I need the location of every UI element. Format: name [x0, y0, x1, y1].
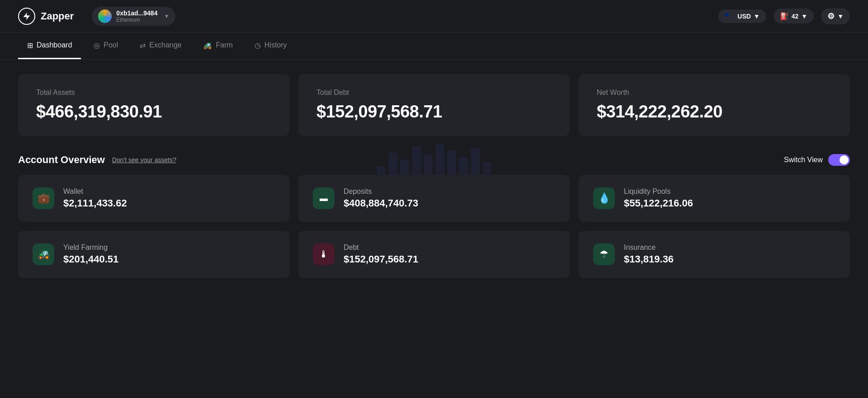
deposits-icon: ▬ — [313, 187, 335, 209]
nav-label-history: History — [264, 41, 287, 49]
us-flag-icon — [725, 13, 735, 19]
main-content: BLOCKBEATS Total Assets $466,319,830.91 … — [0, 60, 868, 292]
account-network: Ethereum — [116, 17, 157, 23]
header-right: USD ▼ ⛽ 42 ▼ ⚙ ▼ — [718, 8, 850, 24]
debt-value: $152,097,568.71 — [344, 253, 555, 265]
gas-chevron-icon: ▼ — [801, 13, 807, 20]
currency-chevron-icon: ▼ — [754, 13, 760, 20]
account-overview-left: Account Overview Don't see your assets? — [18, 154, 176, 166]
yield-farming-info: Yield Farming $201,440.51 — [63, 243, 275, 265]
liquidity-pools-card[interactable]: 💧 Liquidity Pools $55,122,216.06 — [579, 175, 850, 222]
total-assets-value: $466,319,830.91 — [36, 102, 271, 122]
liquidity-info: Liquidity Pools $55,122,216.06 — [624, 187, 835, 209]
insurance-value: $13,819.36 — [624, 253, 835, 265]
insurance-card[interactable]: ☂ Insurance $13,819.36 — [579, 231, 850, 278]
net-worth-card: Net Worth $314,222,262.20 — [579, 74, 850, 136]
gas-value: 42 — [792, 13, 799, 20]
debt-icon: 🌡 — [313, 243, 335, 265]
overview-grid: 💼 Wallet $2,111,433.62 ▬ Deposits $408,8… — [18, 175, 850, 278]
wallet-label: Wallet — [63, 187, 275, 196]
gas-pump-icon: ⛽ — [780, 12, 789, 20]
account-overview-header: Account Overview Don't see your assets? … — [18, 154, 850, 166]
exchange-icon: ⇄ — [140, 41, 146, 50]
yield-farming-label: Yield Farming — [63, 243, 275, 252]
currency-selector[interactable]: USD ▼ — [718, 9, 766, 23]
deposits-label: Deposits — [344, 187, 555, 196]
wallet-card[interactable]: 💼 Wallet $2,111,433.62 — [18, 175, 289, 222]
currency-label: USD — [737, 13, 751, 20]
gas-selector[interactable]: ⛽ 42 ▼ — [774, 9, 814, 23]
history-icon: ◷ — [255, 41, 261, 50]
deposits-info: Deposits $408,884,740.73 — [344, 187, 555, 209]
account-avatar — [98, 9, 112, 23]
deposits-card[interactable]: ▬ Deposits $408,884,740.73 — [298, 175, 570, 222]
nav-item-history[interactable]: ◷ History — [245, 33, 296, 59]
app-name: Zapper — [41, 10, 74, 22]
pool-icon: ◎ — [94, 41, 100, 50]
nav-item-farm[interactable]: 🚜 Farm — [194, 33, 241, 59]
switch-view-toggle[interactable] — [828, 154, 850, 166]
yield-farming-value: $201,440.51 — [63, 253, 275, 265]
settings-chevron-icon: ▼ — [837, 13, 844, 20]
toggle-knob — [840, 155, 849, 164]
nav-label-exchange: Exchange — [149, 41, 181, 49]
total-assets-card: Total Assets $466,319,830.91 — [18, 74, 289, 136]
account-address: 0xb1ad...9484 — [116, 9, 157, 17]
net-worth-label: Net Worth — [597, 89, 832, 97]
account-overview-title: Account Overview — [18, 154, 105, 166]
nav-item-pool[interactable]: ◎ Pool — [85, 33, 127, 59]
wallet-info: Wallet $2,111,433.62 — [63, 187, 275, 209]
nav-item-exchange[interactable]: ⇄ Exchange — [131, 33, 190, 59]
account-overview-right: Switch View — [784, 154, 850, 166]
total-debt-value: $152,097,568.71 — [316, 102, 552, 122]
settings-selector[interactable]: ⚙ ▼ — [821, 8, 850, 24]
header: Zapper 0xb1ad...9484 Ethereum ▼ USD ▼ ⛽ … — [0, 0, 868, 33]
liquidity-icon: 💧 — [593, 187, 615, 209]
chevron-down-icon: ▼ — [164, 13, 169, 19]
total-debt-label: Total Debt — [316, 89, 552, 97]
deposits-value: $408,884,740.73 — [344, 197, 555, 209]
main-nav: ⊞ Dashboard ◎ Pool ⇄ Exchange 🚜 Farm ◷ H… — [0, 33, 868, 60]
nav-item-dashboard[interactable]: ⊞ Dashboard — [18, 33, 81, 59]
insurance-info: Insurance $13,819.36 — [624, 243, 835, 265]
debt-label: Debt — [344, 243, 555, 252]
total-assets-label: Total Assets — [36, 89, 271, 97]
insurance-label: Insurance — [624, 243, 835, 252]
liquidity-value: $55,122,216.06 — [624, 197, 835, 209]
nav-label-pool: Pool — [104, 41, 118, 49]
total-debt-card: Total Debt $152,097,568.71 — [298, 74, 570, 136]
dashboard-icon: ⊞ — [27, 41, 33, 50]
dont-see-assets-link[interactable]: Don't see your assets? — [112, 156, 176, 164]
net-worth-value: $314,222,262.20 — [597, 102, 832, 122]
yield-farming-card[interactable]: 🚜 Yield Farming $201,440.51 — [18, 231, 289, 278]
gear-icon: ⚙ — [827, 11, 835, 21]
nav-label-farm: Farm — [216, 41, 232, 49]
account-selector[interactable]: 0xb1ad...9484 Ethereum ▼ — [92, 7, 175, 26]
insurance-icon: ☂ — [593, 243, 615, 265]
debt-card[interactable]: 🌡 Debt $152,097,568.71 — [298, 231, 570, 278]
yield-farming-icon: 🚜 — [33, 243, 54, 265]
debt-info: Debt $152,097,568.71 — [344, 243, 555, 265]
nav-label-dashboard: Dashboard — [37, 41, 72, 49]
wallet-icon: 💼 — [33, 187, 54, 209]
liquidity-label: Liquidity Pools — [624, 187, 835, 196]
wallet-value: $2,111,433.62 — [63, 197, 275, 209]
zapper-logo-icon — [18, 8, 35, 25]
stats-row: Total Assets $466,319,830.91 Total Debt … — [18, 74, 850, 136]
switch-view-label: Switch View — [784, 156, 823, 164]
logo-area: Zapper — [18, 8, 74, 25]
account-info: 0xb1ad...9484 Ethereum — [116, 9, 157, 23]
farm-icon: 🚜 — [203, 41, 212, 50]
